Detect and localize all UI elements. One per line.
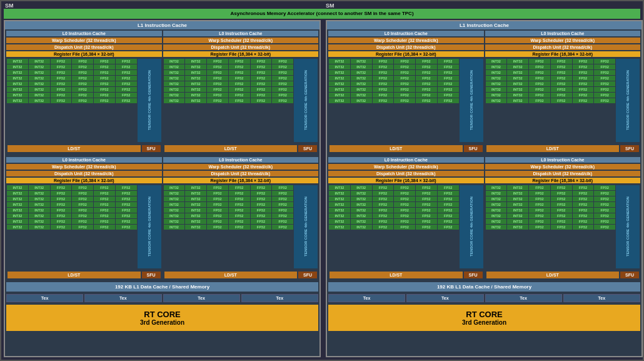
fp32-cell: FP32 — [272, 208, 293, 213]
fp32-cell: FP32 — [207, 202, 228, 207]
fp32-cell: FP32 — [373, 225, 394, 230]
warp-unit-8: L0 Instruction Cache Warp Scheduler (32 … — [485, 157, 641, 280]
rt-core-gen-left: 3rd Generation — [140, 319, 184, 326]
fp32-cell: FP32 — [51, 87, 72, 92]
dispatch-unit-2: Dispatch Unit (32 thread/clk) — [163, 44, 319, 50]
fp32-cell: FP32 — [551, 191, 572, 196]
fp32-cell: FP32 — [438, 196, 459, 201]
fp32-cell: FP32 — [272, 202, 293, 207]
warp-scheduler-5: Warp Scheduler (32 thread/clk) — [328, 38, 484, 43]
int32-cell: INT32 — [351, 76, 372, 81]
fp32-cell: FP32 — [416, 191, 437, 196]
l1-data-cache-right: 192 KB L1 Data Cache / Shared Memory — [328, 282, 640, 292]
int32-cell: INT32 — [351, 81, 372, 86]
int32-cell: INT32 — [351, 219, 372, 224]
tex-right-4: Tex — [563, 294, 640, 302]
warp-unit-5: L0 Instruction Cache Warp Scheduler (32 … — [328, 31, 484, 153]
fp32-cell: FP32 — [529, 202, 550, 207]
int-fp-grid-8: INT32INT32FP32FP32FP32FP32 INT32INT32FP3… — [486, 185, 616, 268]
warp-unit-6: L0 Instruction Cache Warp Scheduler (32 … — [485, 31, 641, 153]
fp32-cell: FP32 — [229, 59, 250, 64]
fp32-cell: FP32 — [573, 219, 594, 224]
fp32-cell: FP32 — [573, 59, 594, 64]
fp32-cell: FP32 — [373, 185, 394, 190]
fp32-cell: FP32 — [529, 196, 550, 201]
int32-cell: INT32 — [507, 98, 528, 103]
fp32-cell: FP32 — [72, 191, 93, 196]
fp32-cell: FP32 — [573, 87, 594, 92]
fp32-cell: FP32 — [573, 202, 594, 207]
int32-cell: INT32 — [351, 191, 372, 196]
tensor-core-8: TENSOR CORE 4th GENERATION — [616, 185, 640, 268]
fp32-cell: FP32 — [51, 98, 72, 103]
fp32-cell: FP32 — [272, 93, 293, 98]
fp32-cell: FP32 — [94, 185, 115, 190]
fp32-cell: FP32 — [207, 59, 228, 64]
fp32-cell: FP32 — [573, 70, 594, 75]
int32-cell: INT32 — [185, 93, 206, 98]
fp32-cell: FP32 — [551, 93, 572, 98]
fp32-cell: FP32 — [573, 213, 594, 218]
warp-scheduler-7: Warp Scheduler (32 thread/clk) — [328, 164, 484, 170]
fp32-cell: FP32 — [529, 70, 550, 75]
fp32-cell: FP32 — [251, 59, 272, 64]
fp32-cell: FP32 — [373, 202, 394, 207]
dispatch-unit-6: Dispatch Unit (32 thread/clk) — [485, 44, 641, 50]
fp32-cell: FP32 — [272, 98, 293, 103]
int32-cell: INT32 — [164, 98, 185, 103]
fp32-cell: FP32 — [438, 81, 459, 86]
fp32-cell: FP32 — [373, 87, 394, 92]
fp32-cell: FP32 — [394, 81, 415, 86]
register-file-8: Register File (16,384 × 32-bit) — [485, 178, 641, 183]
int32-cell: INT32 — [7, 64, 28, 69]
int32-cell: INT32 — [7, 208, 28, 213]
fp32-cell: FP32 — [207, 70, 228, 75]
fp32-cell: FP32 — [551, 185, 572, 190]
int32-cell: INT32 — [486, 213, 507, 218]
l0-cache-2: L0 Instruction Cache — [163, 31, 319, 36]
fp32-cell: FP32 — [72, 98, 93, 103]
fp32-cell: FP32 — [551, 202, 572, 207]
fp32-cell: FP32 — [394, 202, 415, 207]
fp32-cell: FP32 — [272, 59, 293, 64]
fp32-cell: FP32 — [394, 196, 415, 201]
fp32-cell: FP32 — [594, 202, 615, 207]
int32-cell: INT32 — [185, 81, 206, 86]
async-bar: Asynchronous Memory Accelerator (connect… — [4, 9, 640, 19]
fp32-cell: FP32 — [94, 59, 115, 64]
bottom-row-8: LD/ST SFU — [485, 270, 641, 280]
sfu-4: SFU — [298, 272, 317, 278]
int32-cell: INT32 — [185, 76, 206, 81]
int32-cell: INT32 — [185, 98, 206, 103]
fp32-cell: FP32 — [529, 87, 550, 92]
tex-right-2: Tex — [406, 294, 483, 302]
fp32-cell: FP32 — [251, 185, 272, 190]
register-file-6: Register File (16,384 × 32-bit) — [485, 51, 641, 57]
int32-cell: INT32 — [329, 225, 350, 230]
int-fp-grid-1: INT32 INT32 FP32 FP32 FP32 FP32 INT32 IN… — [7, 59, 137, 142]
fp32-cell: FP32 — [94, 219, 115, 224]
fp32-cell: FP32 — [551, 64, 572, 69]
int32-cell: INT32 — [507, 208, 528, 213]
l1-data-cache-left: 192 KB L1 Data Cache / Shared Memory — [6, 282, 318, 292]
fp32-cell: FP32 — [438, 185, 459, 190]
fp32-cell: FP32 — [229, 208, 250, 213]
fp32-cell: FP32 — [116, 98, 137, 103]
int32-cell: INT32 — [7, 185, 28, 190]
fp32-cell: FP32 — [251, 225, 272, 230]
fp32-cell: FP32 — [438, 98, 459, 103]
fp32-cell: FP32 — [207, 98, 228, 103]
fp32-cell: FP32 — [94, 76, 115, 81]
int32-cell: INT32 — [29, 196, 50, 201]
fp32-cell: FP32 — [551, 87, 572, 92]
fp32-cell: FP32 — [573, 64, 594, 69]
fp32-cell: FP32 — [416, 219, 437, 224]
dispatch-unit-7: Dispatch Unit (32 thread/clk) — [328, 171, 484, 176]
int32-cell: INT32 — [164, 213, 185, 218]
int32-cell: INT32 — [486, 191, 507, 196]
fp32-cell: FP32 — [272, 81, 293, 86]
int32-cell: INT32 — [164, 219, 185, 224]
int32-cell: INT32 — [351, 208, 372, 213]
bottom-row-4: LD/ST SFU — [163, 270, 319, 280]
int32-cell: INT32 — [29, 208, 50, 213]
